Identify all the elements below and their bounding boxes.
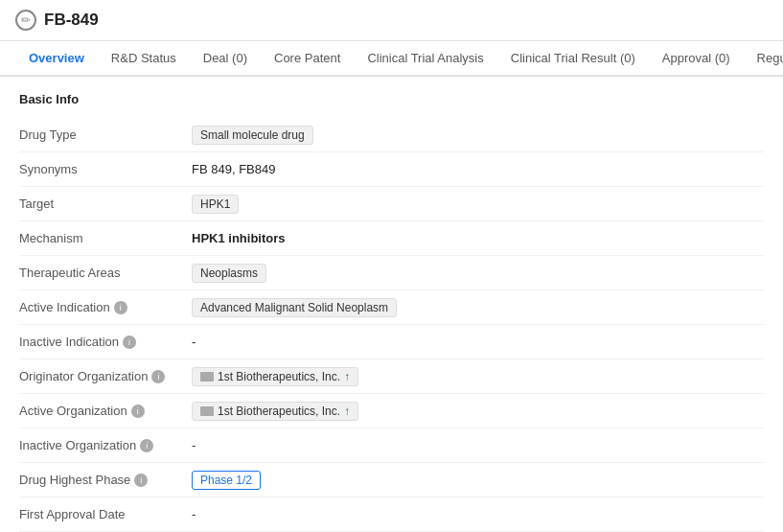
target-value: HPK1	[192, 195, 764, 214]
therapeutic-areas-row: Therapeutic Areas Neoplasms	[19, 256, 764, 290]
originator-org-label: Originator Organization i	[19, 369, 192, 383]
inactive-org-info-icon[interactable]: i	[140, 439, 153, 452]
active-indication-label: Active Indication i	[19, 300, 192, 314]
edit-icon[interactable]: ✏	[15, 10, 36, 31]
tab-rd-status[interactable]: R&D Status	[98, 41, 190, 77]
drug-highest-phase-row: Drug Highest Phase i Phase 1/2	[19, 463, 764, 497]
tab-core-patent[interactable]: Core Patent	[261, 41, 354, 77]
synonyms-label: Synonyms	[19, 162, 192, 176]
active-org-row: Active Organization i 1st Biotherapeutic…	[19, 394, 764, 428]
first-approval-date-value: -	[192, 507, 764, 521]
inactive-indication-value: -	[192, 335, 764, 349]
mechanism-label: Mechanism	[19, 231, 192, 245]
tab-approval[interactable]: Approval (0)	[649, 41, 744, 77]
tab-clinical-trial-result[interactable]: Clinical Trial Result (0)	[497, 41, 649, 77]
synonyms-row: Synonyms FB 849, FB849	[19, 152, 764, 187]
active-org-name: 1st Biotherapeutics, Inc.	[218, 405, 340, 418]
inactive-indication-info-icon[interactable]: i	[123, 335, 136, 349]
inactive-org-label: Inactive Organization i	[19, 438, 192, 452]
mechanism-row: Mechanism HPK1 inhibitors	[19, 221, 764, 256]
originator-org-tag: 1st Biotherapeutics, Inc. ↑	[192, 367, 358, 386]
drug-type-label: Drug Type	[19, 127, 192, 142]
active-indication-row: Active Indication i Advanced Malignant S…	[19, 290, 764, 325]
first-approval-date-label: First Approval Date	[19, 507, 192, 521]
target-tag: HPK1	[192, 195, 239, 214]
mechanism-value: HPK1 inhibitors	[192, 231, 764, 245]
overview-content: Basic Info Drug Type Small molecule drug…	[0, 77, 783, 532]
drug-highest-phase-label: Drug Highest Phase i	[19, 473, 192, 487]
active-indication-info-icon[interactable]: i	[114, 301, 127, 314]
tab-clinical-trial-analysis[interactable]: Clinical Trial Analysis	[354, 41, 496, 77]
drug-type-tag: Small molecule drug	[192, 126, 313, 145]
inactive-indication-label: Inactive Indication i	[19, 335, 192, 349]
inactive-indication-row: Inactive Indication i -	[19, 325, 764, 359]
inactive-org-value: -	[192, 438, 764, 452]
therapeutic-areas-label: Therapeutic Areas	[19, 266, 192, 280]
tab-regulation[interactable]: Regulation (0)	[744, 41, 783, 77]
originator-org-row: Originator Organization i 1st Biotherape…	[19, 359, 764, 394]
target-label: Target	[19, 197, 192, 211]
drug-phase-info-icon[interactable]: i	[134, 474, 148, 487]
active-org-tag: 1st Biotherapeutics, Inc. ↑	[192, 402, 358, 421]
active-org-info-icon[interactable]: i	[131, 405, 145, 418]
tab-deal[interactable]: Deal (0)	[190, 41, 261, 77]
drug-type-value: Small molecule drug	[192, 126, 764, 145]
first-approval-date-row: First Approval Date -	[19, 497, 764, 532]
inactive-org-row: Inactive Organization i -	[19, 428, 764, 463]
drug-type-row: Drug Type Small molecule drug	[19, 118, 764, 152]
drug-highest-phase-value: Phase 1/2	[192, 471, 764, 490]
therapeutic-areas-value: Neoplasms	[192, 264, 764, 283]
therapeutic-areas-tag: Neoplasms	[192, 264, 266, 283]
active-indication-tag: Advanced Malignant Solid Neoplasm	[192, 298, 397, 317]
originator-org-info-icon[interactable]: i	[151, 370, 165, 383]
drug-phase-tag: Phase 1/2	[192, 471, 261, 490]
synonyms-value: FB 849, FB849	[192, 162, 764, 176]
active-org-value: 1st Biotherapeutics, Inc. ↑	[192, 402, 764, 421]
originator-org-name: 1st Biotherapeutics, Inc.	[218, 370, 340, 383]
page-title: FB-849	[44, 11, 99, 30]
nav-tabs: Overview R&D Status Deal (0) Core Patent…	[0, 41, 783, 77]
active-org-box-icon	[200, 406, 214, 416]
active-indication-value: Advanced Malignant Solid Neoplasm	[192, 298, 764, 317]
target-row: Target HPK1	[19, 187, 764, 221]
originator-org-value: 1st Biotherapeutics, Inc. ↑	[192, 367, 764, 386]
active-org-label: Active Organization i	[19, 404, 192, 418]
page-header: ✏ FB-849	[0, 0, 783, 41]
basic-info-title: Basic Info	[19, 92, 764, 106]
org-box-icon	[200, 372, 214, 382]
trend-up-icon: ↑	[344, 370, 350, 383]
tab-overview[interactable]: Overview	[15, 41, 98, 77]
active-org-trend-icon: ↑	[344, 405, 350, 418]
